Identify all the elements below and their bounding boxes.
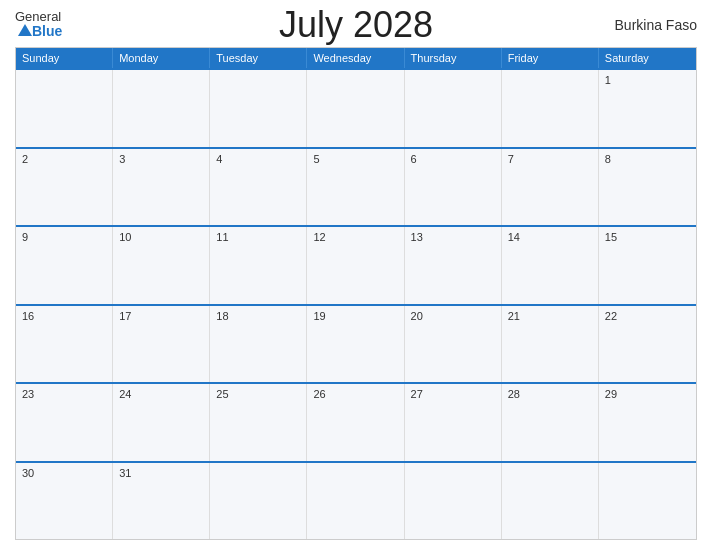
- day-cell-empty: [16, 70, 113, 147]
- day-number: 21: [508, 310, 520, 322]
- day-number: 20: [411, 310, 423, 322]
- day-number: 24: [119, 388, 131, 400]
- day-cell-empty: [210, 70, 307, 147]
- day-cell-28: 28: [502, 384, 599, 461]
- day-cell-20: 20: [405, 306, 502, 383]
- day-cell-empty: [307, 70, 404, 147]
- day-header-wednesday: Wednesday: [307, 48, 404, 68]
- day-number: 4: [216, 153, 222, 165]
- day-number: 2: [22, 153, 28, 165]
- day-cell-5: 5: [307, 149, 404, 226]
- day-number: 28: [508, 388, 520, 400]
- logo-triangle-icon: [18, 24, 32, 36]
- day-number: 6: [411, 153, 417, 165]
- day-cell-18: 18: [210, 306, 307, 383]
- day-number: 7: [508, 153, 514, 165]
- day-cell-30: 30: [16, 463, 113, 540]
- day-cell-21: 21: [502, 306, 599, 383]
- day-number: 31: [119, 467, 131, 479]
- day-number: 14: [508, 231, 520, 243]
- day-cell-empty: [210, 463, 307, 540]
- weeks-container: 1234567891011121314151617181920212223242…: [16, 68, 696, 539]
- day-cell-15: 15: [599, 227, 696, 304]
- day-number: 3: [119, 153, 125, 165]
- day-number: 30: [22, 467, 34, 479]
- day-number: 13: [411, 231, 423, 243]
- calendar-grid: SundayMondayTuesdayWednesdayThursdayFrid…: [15, 47, 697, 540]
- day-number: 10: [119, 231, 131, 243]
- day-number: 19: [313, 310, 325, 322]
- day-number: 1: [605, 74, 611, 86]
- logo-blue-text: Blue: [15, 23, 62, 39]
- day-cell-12: 12: [307, 227, 404, 304]
- day-number: 9: [22, 231, 28, 243]
- day-cell-23: 23: [16, 384, 113, 461]
- day-number: 27: [411, 388, 423, 400]
- day-header-friday: Friday: [502, 48, 599, 68]
- day-cell-17: 17: [113, 306, 210, 383]
- calendar-header: General Blue July 2028 Burkina Faso: [15, 10, 697, 39]
- week-row-1: 2345678: [16, 147, 696, 226]
- calendar-title: July 2028: [279, 4, 433, 46]
- day-cell-4: 4: [210, 149, 307, 226]
- day-cell-6: 6: [405, 149, 502, 226]
- day-cell-empty: [405, 463, 502, 540]
- day-number: 5: [313, 153, 319, 165]
- day-number: 11: [216, 231, 228, 243]
- day-cell-empty: [599, 463, 696, 540]
- day-cell-29: 29: [599, 384, 696, 461]
- day-number: 22: [605, 310, 617, 322]
- day-cell-19: 19: [307, 306, 404, 383]
- day-number: 17: [119, 310, 131, 322]
- week-row-0: 1: [16, 68, 696, 147]
- day-number: 18: [216, 310, 228, 322]
- day-headers-row: SundayMondayTuesdayWednesdayThursdayFrid…: [16, 48, 696, 68]
- day-cell-empty: [405, 70, 502, 147]
- day-cell-11: 11: [210, 227, 307, 304]
- day-cell-24: 24: [113, 384, 210, 461]
- day-number: 12: [313, 231, 325, 243]
- day-cell-empty: [502, 463, 599, 540]
- week-row-5: 3031: [16, 461, 696, 540]
- day-cell-3: 3: [113, 149, 210, 226]
- day-number: 23: [22, 388, 34, 400]
- day-cell-13: 13: [405, 227, 502, 304]
- day-cell-empty: [502, 70, 599, 147]
- logo-general-text: General: [15, 10, 61, 23]
- day-cell-10: 10: [113, 227, 210, 304]
- day-cell-31: 31: [113, 463, 210, 540]
- week-row-3: 16171819202122: [16, 304, 696, 383]
- day-header-saturday: Saturday: [599, 48, 696, 68]
- country-label: Burkina Faso: [615, 17, 697, 33]
- day-header-tuesday: Tuesday: [210, 48, 307, 68]
- day-cell-22: 22: [599, 306, 696, 383]
- day-cell-1: 1: [599, 70, 696, 147]
- day-cell-16: 16: [16, 306, 113, 383]
- day-number: 25: [216, 388, 228, 400]
- week-row-4: 23242526272829: [16, 382, 696, 461]
- day-cell-25: 25: [210, 384, 307, 461]
- day-cell-7: 7: [502, 149, 599, 226]
- day-number: 8: [605, 153, 611, 165]
- day-number: 15: [605, 231, 617, 243]
- calendar-container: General Blue July 2028 Burkina Faso Sund…: [0, 0, 712, 550]
- day-cell-26: 26: [307, 384, 404, 461]
- day-cell-empty: [307, 463, 404, 540]
- day-number: 26: [313, 388, 325, 400]
- day-cell-2: 2: [16, 149, 113, 226]
- day-header-thursday: Thursday: [405, 48, 502, 68]
- day-cell-27: 27: [405, 384, 502, 461]
- day-number: 29: [605, 388, 617, 400]
- day-cell-9: 9: [16, 227, 113, 304]
- day-header-monday: Monday: [113, 48, 210, 68]
- week-row-2: 9101112131415: [16, 225, 696, 304]
- day-number: 16: [22, 310, 34, 322]
- day-cell-8: 8: [599, 149, 696, 226]
- day-header-sunday: Sunday: [16, 48, 113, 68]
- day-cell-14: 14: [502, 227, 599, 304]
- logo: General Blue: [15, 10, 62, 39]
- day-cell-empty: [113, 70, 210, 147]
